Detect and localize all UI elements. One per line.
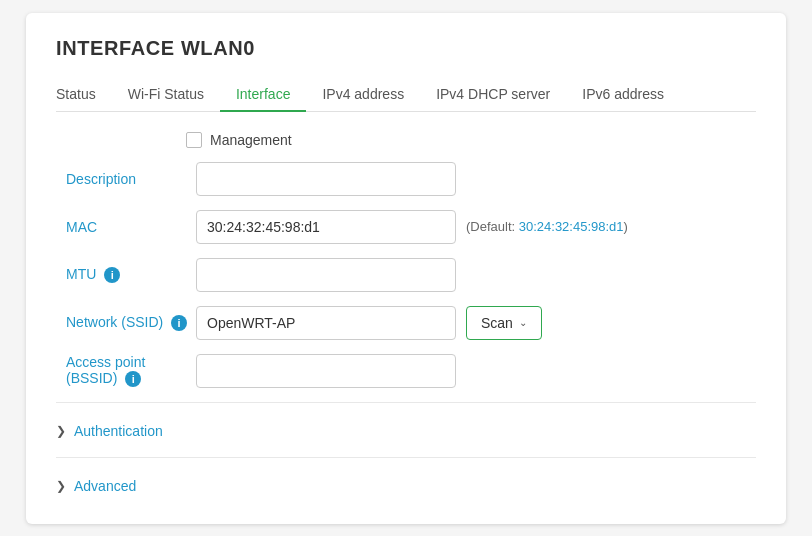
- mac-default-text: (Default: 30:24:32:45:98:d1): [466, 219, 628, 234]
- scan-label: Scan: [481, 315, 513, 331]
- mac-default-prefix: (Default:: [466, 219, 519, 234]
- tab-ipv6-address[interactable]: IPv6 address: [566, 78, 680, 112]
- authentication-label: Authentication: [74, 423, 163, 439]
- mtu-row: MTU i: [66, 258, 756, 292]
- mtu-info-icon[interactable]: i: [104, 267, 120, 283]
- divider-2: [56, 457, 756, 458]
- network-ssid-row: Network (SSID) i Scan ⌄: [66, 306, 756, 340]
- description-row: Description: [66, 162, 756, 196]
- mac-default-link[interactable]: 30:24:32:45:98:d1: [519, 219, 624, 234]
- mac-default-suffix: ): [624, 219, 628, 234]
- management-row: Management: [66, 132, 756, 148]
- tab-bar: Status Wi-Fi Status Interface IPv4 addre…: [56, 78, 756, 112]
- authentication-collapsible[interactable]: ❯ Authentication: [56, 411, 756, 449]
- divider-1: [56, 402, 756, 403]
- tab-status[interactable]: Status: [56, 78, 112, 112]
- mac-row: MAC (Default: 30:24:32:45:98:d1): [66, 210, 756, 244]
- access-point-row: Access point (BSSID) i: [66, 354, 756, 388]
- description-input[interactable]: [196, 162, 456, 196]
- mac-label: MAC: [66, 219, 196, 235]
- scan-button[interactable]: Scan ⌄: [466, 306, 542, 340]
- network-ssid-info-icon[interactable]: i: [171, 315, 187, 331]
- management-checkbox[interactable]: [186, 132, 202, 148]
- advanced-label: Advanced: [74, 478, 136, 494]
- page-title: INTERFACE WLAN0: [56, 37, 756, 60]
- tab-wifi-status[interactable]: Wi-Fi Status: [112, 78, 220, 112]
- network-ssid-input[interactable]: [196, 306, 456, 340]
- advanced-chevron-icon: ❯: [56, 479, 66, 493]
- mtu-label: MTU i: [66, 266, 196, 283]
- description-label: Description: [66, 171, 196, 187]
- access-point-info-icon[interactable]: i: [125, 371, 141, 387]
- form-area: Management Description MAC (Default: 30:…: [56, 132, 756, 388]
- mtu-input[interactable]: [196, 258, 456, 292]
- mac-input[interactable]: [196, 210, 456, 244]
- access-point-input[interactable]: [196, 354, 456, 388]
- access-point-label: Access point (BSSID) i: [66, 354, 196, 387]
- authentication-chevron-icon: ❯: [56, 424, 66, 438]
- network-ssid-label: Network (SSID) i: [66, 314, 196, 331]
- tab-ipv4-address[interactable]: IPv4 address: [306, 78, 420, 112]
- advanced-collapsible[interactable]: ❯ Advanced: [56, 466, 756, 504]
- scan-chevron-icon: ⌄: [519, 317, 527, 328]
- tab-interface[interactable]: Interface: [220, 78, 306, 112]
- management-label: Management: [210, 132, 292, 148]
- main-card: INTERFACE WLAN0 Status Wi-Fi Status Inte…: [26, 13, 786, 524]
- tab-ipv4-dhcp[interactable]: IPv4 DHCP server: [420, 78, 566, 112]
